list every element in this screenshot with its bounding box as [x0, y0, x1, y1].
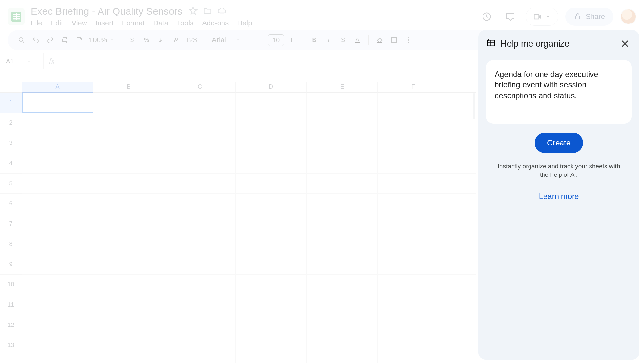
cell[interactable]	[164, 355, 236, 363]
cell[interactable]	[164, 113, 236, 133]
sheets-app-icon[interactable]	[8, 8, 25, 25]
cell[interactable]	[236, 295, 307, 315]
cell[interactable]	[449, 355, 476, 363]
meet-button[interactable]	[526, 8, 558, 26]
cell[interactable]	[378, 355, 449, 363]
account-avatar[interactable]	[621, 9, 636, 24]
cell[interactable]	[449, 234, 476, 254]
column-header[interactable]: D	[236, 82, 307, 93]
increase-decimal-icon[interactable]: .00	[169, 34, 182, 47]
cell[interactable]	[449, 295, 476, 315]
increase-font-icon[interactable]	[285, 34, 298, 47]
cell[interactable]	[22, 335, 93, 355]
cell[interactable]	[307, 335, 378, 355]
cell[interactable]	[22, 254, 93, 275]
decrease-decimal-icon[interactable]: .0	[154, 34, 167, 47]
cell[interactable]	[307, 234, 378, 254]
cell[interactable]	[378, 113, 449, 133]
column-header[interactable]: F	[378, 82, 449, 93]
cell[interactable]	[307, 355, 378, 363]
cell[interactable]	[164, 275, 236, 295]
paint-format-icon[interactable]	[72, 34, 85, 47]
cell[interactable]	[307, 254, 378, 275]
cell[interactable]	[164, 194, 236, 214]
cell[interactable]	[449, 174, 476, 194]
cell[interactable]	[22, 93, 93, 113]
more-toolbar-icon[interactable]	[402, 34, 415, 47]
cell[interactable]	[307, 295, 378, 315]
history-icon[interactable]	[479, 8, 495, 25]
row-header[interactable]: 9	[0, 254, 22, 275]
menu-insert[interactable]: Insert	[96, 19, 114, 27]
cell[interactable]	[22, 214, 93, 234]
comments-icon[interactable]	[502, 8, 518, 25]
menu-edit[interactable]: Edit	[51, 19, 63, 27]
cell[interactable]	[378, 295, 449, 315]
document-title[interactable]: Exec Briefing - Air Quality Sensors	[31, 6, 183, 17]
cell[interactable]	[307, 315, 378, 335]
cell[interactable]	[164, 93, 236, 113]
star-icon[interactable]	[189, 6, 198, 17]
row-header[interactable]: 11	[0, 295, 22, 315]
cell[interactable]	[378, 153, 449, 174]
row-header[interactable]: 6	[0, 194, 22, 214]
row-header[interactable]: 13	[0, 335, 22, 355]
column-header[interactable]: A	[22, 82, 93, 93]
cell[interactable]	[93, 93, 164, 113]
menu-addons[interactable]: Add-ons	[202, 19, 229, 27]
row-header[interactable]: 5	[0, 174, 22, 194]
cell[interactable]	[22, 174, 93, 194]
row-header[interactable]: 4	[0, 153, 22, 174]
cell[interactable]	[307, 275, 378, 295]
borders-icon[interactable]	[388, 34, 401, 47]
cell[interactable]	[93, 275, 164, 295]
cell[interactable]	[164, 234, 236, 254]
text-color-icon[interactable]: A	[351, 34, 364, 47]
cell[interactable]	[93, 254, 164, 275]
cell[interactable]	[449, 214, 476, 234]
row-header[interactable]: 10	[0, 275, 22, 295]
cell[interactable]	[22, 234, 93, 254]
cloud-status-icon[interactable]	[217, 6, 226, 17]
more-formats-button[interactable]: 123	[183, 36, 199, 44]
cell[interactable]	[93, 335, 164, 355]
print-icon[interactable]	[58, 34, 71, 47]
percent-icon[interactable]: %	[140, 34, 153, 47]
cell[interactable]	[164, 254, 236, 275]
row-header[interactable]: 1	[0, 93, 22, 113]
row-header[interactable]: 7	[0, 214, 22, 234]
cell[interactable]	[307, 214, 378, 234]
cell[interactable]	[164, 315, 236, 335]
column-header[interactable]: C	[164, 82, 236, 93]
strikethrough-icon[interactable]: S	[336, 34, 349, 47]
fill-color-icon[interactable]	[373, 34, 386, 47]
cell[interactable]	[236, 355, 307, 363]
cell[interactable]	[236, 113, 307, 133]
cell[interactable]	[164, 214, 236, 234]
cell[interactable]	[307, 93, 378, 113]
cell[interactable]	[93, 133, 164, 153]
redo-icon[interactable]	[44, 34, 57, 47]
menu-help[interactable]: Help	[237, 19, 252, 27]
italic-icon[interactable]: I	[322, 34, 335, 47]
cell[interactable]	[164, 335, 236, 355]
cell[interactable]	[22, 194, 93, 214]
cell[interactable]	[236, 214, 307, 234]
menu-data[interactable]: Data	[153, 19, 168, 27]
row-header[interactable]: 14	[0, 355, 22, 363]
menu-file[interactable]: File	[31, 19, 42, 27]
row-header[interactable]: 2	[0, 113, 22, 133]
cell[interactable]	[307, 133, 378, 153]
undo-icon[interactable]	[29, 34, 42, 47]
row-header[interactable]: 12	[0, 315, 22, 335]
cell[interactable]	[236, 174, 307, 194]
cell[interactable]	[378, 275, 449, 295]
cell[interactable]	[236, 153, 307, 174]
column-header[interactable]: E	[307, 82, 378, 93]
menu-format[interactable]: Format	[122, 19, 145, 27]
select-all-corner[interactable]	[0, 82, 22, 93]
cell[interactable]	[236, 133, 307, 153]
cell[interactable]	[22, 315, 93, 335]
cell[interactable]	[164, 174, 236, 194]
cell[interactable]	[378, 254, 449, 275]
